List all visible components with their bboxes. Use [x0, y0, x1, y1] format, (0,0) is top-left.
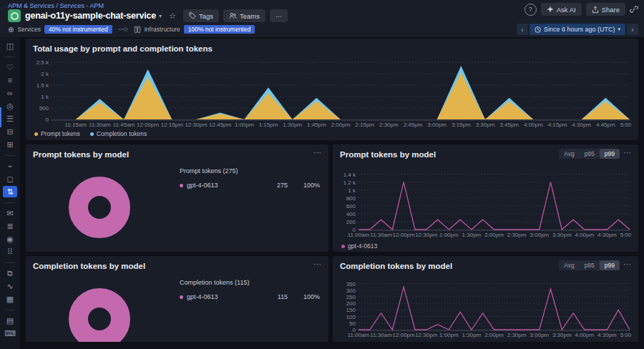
sidebar-item-profiling[interactable]: ◎	[3, 100, 17, 112]
toggle-p99[interactable]: p99	[600, 260, 620, 270]
model-label[interactable]: gpt-4-0613	[187, 182, 244, 189]
chart-legend: Prompt tokens Completion tokens	[34, 130, 147, 137]
globe-icon: ⊕	[8, 26, 14, 34]
panel-options-icon[interactable]: ⋯	[623, 260, 631, 269]
chevron-down-icon[interactable]: ▾	[159, 13, 162, 19]
sidebar-item-metrics[interactable]: ∿	[3, 280, 17, 292]
sidebar-item-ci[interactable]: ∞	[3, 87, 17, 99]
panel-options-icon[interactable]: ⋯	[313, 148, 321, 157]
svg-text:5:00pm: 5:00pm	[620, 122, 631, 128]
panel-title: Prompt tokens by model	[26, 144, 328, 159]
sidebar-item-apps[interactable]: ⠿	[3, 246, 17, 257]
svg-text:4:00pm: 4:00pm	[575, 332, 594, 338]
svg-text:1 k: 1 k	[41, 94, 49, 100]
svg-text:11:30am: 11:30am	[89, 122, 111, 128]
service-title-row: genai-o11y-sample-chat-service ▾ ☆ Tags …	[8, 9, 288, 22]
ask-ai-button[interactable]: Ask AI	[541, 3, 582, 16]
donut-legend-title: Prompt tokens (275)	[180, 167, 320, 174]
sidebar-item-terminal[interactable]: ⌨	[3, 328, 17, 339]
tags-button[interactable]: Tags	[183, 9, 219, 22]
time-back-button[interactable]: ‹	[517, 24, 528, 35]
svg-text:200: 200	[346, 300, 356, 307]
infrastructure-instrumentation-badge[interactable]: 100% not instrumented	[184, 25, 255, 34]
header-actions: ? Ask AI Share	[525, 3, 638, 16]
svg-text:300: 300	[346, 287, 356, 294]
share-button[interactable]: Share	[586, 3, 625, 16]
aggregation-toggle: Avg p95 p99	[559, 260, 620, 270]
services-label: Services	[17, 26, 41, 33]
connector-icon	[118, 26, 128, 32]
breadcrumb[interactable]: APM & Services / Services - APM	[8, 2, 104, 9]
completion-tokens-donut-chart[interactable]	[65, 285, 134, 342]
sidebar-item-monitors[interactable]: ⌁	[3, 160, 17, 172]
model-value: 275	[248, 182, 288, 189]
time-range-button[interactable]: Since 6 hours ago (UTC) ▾	[530, 24, 625, 35]
donut-legend-row: gpt-4-0613 115 100%	[180, 293, 320, 300]
svg-text:2:00pm: 2:00pm	[484, 232, 504, 238]
svg-text:1:00pm: 1:00pm	[235, 122, 254, 128]
sidebar-item-service-list[interactable]: ≡	[3, 74, 17, 86]
sidebar-item-messages[interactable]: ✉	[3, 207, 17, 219]
svg-text:12:00pm: 12:00pm	[393, 232, 415, 238]
sidebar-item-dashboards[interactable]: ◫	[3, 40, 17, 51]
svg-text:1:00pm: 1:00pm	[439, 232, 459, 238]
copy-link-icon[interactable]	[630, 5, 638, 14]
svg-text:12:45pm: 12:45pm	[209, 122, 231, 128]
svg-text:2:30pm: 2:30pm	[507, 332, 527, 338]
donut-legend-title: Completion tokens (115)	[180, 279, 320, 286]
ellipsis-icon: ⋯	[275, 12, 283, 20]
total-usage-chart[interactable]: 05001 k1.5 k2 k2.5 k11:15am11:30am11:45a…	[33, 56, 631, 129]
sidebar-rail: ◫♡≡∞◎☰⊟⊞⌁◻⇅✉≣◉⠿⧉∿▦▤⌨	[0, 37, 20, 349]
legend-item-prompt-tokens[interactable]: Prompt tokens	[34, 130, 80, 137]
svg-text:3:30pm: 3:30pm	[552, 332, 572, 338]
model-label[interactable]: gpt-4-0613	[187, 293, 244, 300]
chart-legend[interactable]: gpt-4-0613	[341, 242, 377, 250]
panel-prompt-tokens-donut: Prompt tokens by model ⋯ Prompt tokens (…	[26, 144, 328, 252]
panel-total-usage: Total usage by prompt and completion tok…	[26, 39, 638, 140]
panel-options-icon[interactable]: ⋯	[623, 148, 631, 157]
svg-text:4:00pm: 4:00pm	[524, 122, 543, 128]
svg-text:11:15am: 11:15am	[64, 122, 87, 128]
sidebar-item-organization[interactable]: ▦	[3, 293, 17, 305]
instrumentation-meta-row: ⊕ Services 40% not instrumented Infrastr…	[8, 25, 255, 34]
infrastructure-label: Infrastructure	[145, 26, 180, 33]
svg-text:1.5 k: 1.5 k	[36, 82, 49, 89]
completion-tokens-line-chart[interactable]: 05010015020025030035011:00am11:30am12:00…	[340, 276, 631, 339]
svg-text:200: 200	[346, 219, 356, 225]
svg-text:12:00pm: 12:00pm	[137, 122, 159, 128]
title-more-options-button[interactable]: ⋯	[270, 9, 288, 22]
model-percent: 100%	[291, 293, 320, 300]
prompt-tokens-line-chart[interactable]: 02004006008001 k1.2 k1.4 k11:00am11:30am…	[340, 166, 631, 239]
services-instrumentation-badge[interactable]: 40% not instrumented	[44, 25, 112, 34]
svg-text:11:30am: 11:30am	[370, 232, 392, 238]
help-icon[interactable]: ?	[525, 4, 537, 16]
sidebar-item-traces[interactable]: ☰	[3, 113, 17, 124]
sidebar-item-llm-observability[interactable]: ⇅	[3, 186, 17, 197]
favorite-star-icon[interactable]: ☆	[169, 11, 176, 21]
sidebar-item-database-monitoring[interactable]: ⊟	[3, 126, 17, 137]
prompt-tokens-donut-chart[interactable]	[65, 173, 134, 242]
toggle-p95[interactable]: p95	[580, 260, 600, 270]
toggle-avg[interactable]: Avg	[559, 260, 580, 270]
toggle-avg[interactable]: Avg	[559, 149, 580, 159]
legend-item-completion-tokens[interactable]: Completion tokens	[90, 130, 147, 137]
sparkle-icon	[547, 6, 554, 13]
sidebar-item-integrations[interactable]: ⧉	[3, 267, 17, 279]
teams-people-icon	[229, 12, 237, 19]
time-forward-button[interactable]: ›	[627, 24, 638, 35]
sidebar-item-watchdog[interactable]: ♡	[3, 62, 17, 73]
sidebar-item-logs[interactable]: ≣	[3, 220, 17, 232]
svg-text:2 k: 2 k	[41, 71, 49, 77]
teams-button[interactable]: Teams	[223, 9, 265, 22]
panel-options-icon[interactable]: ⋯	[313, 260, 321, 269]
sidebar-item-service-map[interactable]: ⊞	[3, 139, 17, 150]
sidebar-item-security[interactable]: ◉	[3, 233, 17, 245]
toggle-p99[interactable]: p99	[600, 149, 620, 159]
svg-text:1:30pm: 1:30pm	[462, 332, 482, 338]
sidebar-item-synthetics[interactable]: ◻	[3, 173, 17, 185]
toggle-p95[interactable]: p95	[580, 149, 600, 159]
svg-text:11:00am: 11:00am	[348, 332, 370, 338]
page-title[interactable]: genai-o11y-sample-chat-service	[25, 11, 156, 21]
sidebar-item-infrastructure[interactable]: ▤	[3, 315, 17, 326]
svg-text:1:45pm: 1:45pm	[307, 122, 326, 128]
